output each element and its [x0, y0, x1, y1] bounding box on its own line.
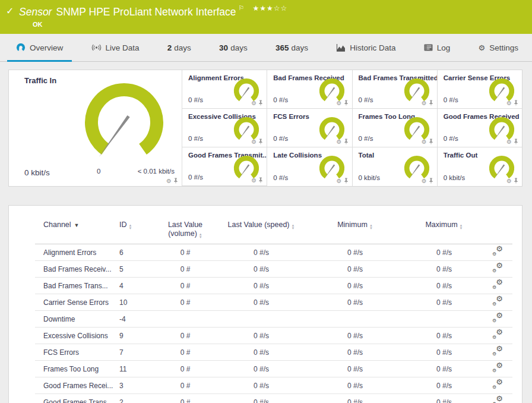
channel-settings-gears-icon[interactable]: ⚙⚙	[492, 396, 503, 403]
tab-30-days[interactable]: 30days	[210, 34, 256, 61]
channel-settings-icon[interactable]: ⚙	[506, 100, 512, 106]
maximum-value: 0 #/s	[406, 365, 483, 373]
channel-settings-icon[interactable]: ⚙	[422, 100, 427, 106]
channel-settings-icon[interactable]: ⚙	[251, 178, 256, 184]
tab-365-days[interactable]: 365days	[267, 34, 317, 61]
mini-gauge-cell[interactable]: Frames Too Long 0 #/s ⚙	[352, 109, 437, 147]
mini-gauge-value: 0 #/s	[188, 174, 203, 181]
mini-gauge-cell[interactable]: FCS Errors 0 #/s ⚙	[267, 109, 352, 147]
minimum-value: 0 #/s	[305, 298, 406, 307]
channel-settings-icon[interactable]: ⚙	[337, 100, 342, 106]
mini-gauge-cell[interactable]: Late Collisions 0 #/s ⚙	[267, 147, 352, 186]
mini-gauge-cell[interactable]: Carrier Sense Errors 0 #/s ⚙	[437, 70, 522, 109]
channel-settings-gears-icon[interactable]: ⚙⚙	[492, 247, 503, 257]
mini-gauge-cell[interactable]: Good Frames Transmit... 0 #/s ⚙	[182, 147, 267, 186]
mini-gauge-cell[interactable]: Total 0 kbit/s ⚙	[352, 147, 437, 186]
maximum-value: 0 #/s	[406, 332, 483, 340]
table-row: Excessive Collisions 9 0 # 0 #/s 0 #/s 0…	[35, 328, 512, 344]
last-value-speed: 0 #/s	[218, 248, 305, 257]
sort-desc-icon: ▼	[74, 222, 80, 228]
flag-icon[interactable]: ⚐	[239, 4, 245, 12]
pin-icon[interactable]	[429, 100, 433, 106]
column-header-minimum[interactable]: Minimum▲▼	[305, 221, 406, 230]
tab-historic-data[interactable]: Historic Data	[327, 34, 404, 61]
mini-gauge-cell[interactable]: Excessive Collisions 0 #/s ⚙	[182, 109, 267, 147]
channel-name[interactable]: Downtime	[35, 315, 119, 323]
check-icon: ✓	[6, 5, 14, 17]
channel-settings-gears-icon[interactable]: ⚙⚙	[492, 297, 503, 307]
mini-gauge-value: 0 #/s	[359, 96, 373, 103]
main-gauge-scale-max: < 0.01 kbit/s	[138, 168, 175, 175]
channel-settings-gears-icon[interactable]: ⚙⚙	[492, 380, 503, 390]
maximum-value: 0 #/s	[406, 398, 483, 403]
channel-settings-icon[interactable]: ⚙	[337, 178, 342, 184]
pin-icon[interactable]	[258, 100, 263, 106]
channel-name[interactable]: Alignment Errors	[35, 248, 119, 257]
mini-gauge-cell[interactable]: Bad Frames Received 0 #/s ⚙	[267, 70, 352, 109]
mini-gauge-label: Traffic Out	[444, 152, 478, 159]
channel-settings-icon[interactable]: ⚙	[506, 139, 512, 145]
last-value-speed: 0 #/s	[218, 298, 305, 307]
channel-settings-gears-icon[interactable]: ⚙⚙	[492, 263, 503, 273]
mini-gauge-label: Total	[359, 152, 375, 159]
pin-icon[interactable]	[514, 100, 518, 106]
pin-icon[interactable]	[258, 138, 263, 145]
main-gauge-label: Traffic In	[24, 76, 56, 85]
channel-settings-gears-icon[interactable]: ⚙⚙	[492, 363, 503, 373]
pin-icon[interactable]	[344, 178, 349, 184]
main-gauge-traffic-in[interactable]: Traffic In 0 kbit/s 0 < 0.01 kbit/s ⚙	[9, 70, 182, 186]
last-value-volume: 0 #	[153, 332, 218, 340]
table-row: Good Frames Trans... 2 0 # 0 #/s 0 #/s 0…	[35, 394, 512, 403]
tab-settings[interactable]: ⚙ Settings	[470, 34, 527, 61]
column-header-channel[interactable]: Channel▼	[35, 221, 119, 230]
mini-gauge-cell[interactable]: Alignment Errors 0 #/s ⚙	[182, 70, 267, 109]
last-value-speed: 0 #/s	[218, 332, 305, 340]
channel-settings-gears-icon[interactable]: ⚙⚙	[492, 330, 503, 340]
pin-icon[interactable]	[258, 177, 263, 184]
maximum-value: 0 #/s	[406, 382, 483, 390]
channel-name[interactable]: Good Frames Trans...	[35, 398, 119, 403]
mini-gauge-cell[interactable]: Bad Frames Transmitted 0 #/s ⚙	[352, 70, 437, 109]
channel-settings-gears-icon[interactable]: ⚙⚙	[492, 280, 503, 290]
column-header-last-volume[interactable]: Last Value (volume)▲▼	[153, 221, 218, 239]
channel-settings-icon[interactable]: ⚙	[506, 178, 512, 184]
pin-icon[interactable]	[429, 138, 433, 145]
channel-settings-icon[interactable]: ⚙	[251, 100, 256, 106]
mini-gauge-cell[interactable]: Good Frames Received 0 #/s ⚙	[437, 109, 522, 147]
channel-table-panel: Channel▼ ID▲▼ Last Value (volume)▲▼ Last…	[8, 205, 522, 403]
channel-settings-icon[interactable]: ⚙	[422, 139, 427, 145]
channel-name[interactable]: Carrier Sense Errors	[35, 298, 119, 307]
pin-icon[interactable]	[344, 138, 349, 145]
channel-settings-icon[interactable]: ⚙	[251, 139, 256, 145]
channel-name[interactable]: Bad Frames Trans...	[35, 282, 119, 290]
channel-settings-icon[interactable]: ⚙	[337, 139, 342, 145]
pin-icon[interactable]	[173, 178, 178, 184]
mini-gauge-cell[interactable]: Traffic Out 0 kbit/s ⚙	[437, 147, 522, 186]
channel-id: 4	[119, 282, 153, 290]
channel-name[interactable]: Good Frames Recei...	[35, 382, 119, 390]
channel-name[interactable]: Excessive Collisions	[35, 332, 119, 340]
column-header-id[interactable]: ID▲▼	[119, 221, 153, 230]
channel-settings-gears-icon[interactable]: ⚙⚙	[492, 313, 503, 323]
priority-stars[interactable]: ★★★☆☆	[252, 4, 287, 12]
tab-2-days[interactable]: 2days	[159, 34, 200, 61]
pin-icon[interactable]	[344, 100, 349, 106]
table-row: Bad Frames Receiv... 5 0 # 0 #/s 0 #/s 0…	[35, 261, 512, 278]
minimum-value: 0 #/s	[305, 265, 406, 273]
column-header-last-speed[interactable]: Last Value (speed)▲▼	[218, 221, 305, 230]
tab-live-data[interactable]: Live Data	[83, 34, 148, 61]
channel-settings-icon[interactable]: ⚙	[166, 178, 172, 184]
channel-name[interactable]: FCS Errors	[35, 348, 119, 357]
pin-icon[interactable]	[514, 138, 518, 145]
channel-settings-gears-icon[interactable]: ⚙⚙	[492, 347, 503, 357]
channel-name[interactable]: Bad Frames Receiv...	[35, 265, 119, 273]
tab-overview[interactable]: Overview	[7, 34, 72, 61]
pin-icon[interactable]	[514, 178, 518, 184]
tab-log[interactable]: Log	[415, 34, 460, 61]
pin-icon[interactable]	[429, 178, 433, 184]
table-row: Frames Too Long 11 0 # 0 #/s 0 #/s 0 #/s…	[35, 361, 512, 377]
mini-gauge-value: 0 kbit/s	[359, 174, 380, 181]
channel-settings-icon[interactable]: ⚙	[422, 178, 427, 184]
channel-name[interactable]: Frames Too Long	[35, 365, 119, 373]
column-header-maximum[interactable]: Maximum▲▼	[406, 221, 483, 230]
